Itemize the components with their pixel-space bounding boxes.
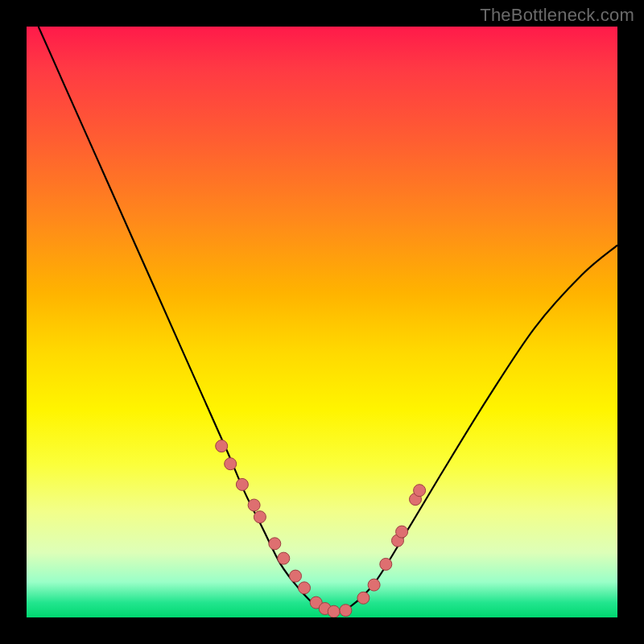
marker-dot: [328, 605, 340, 617]
marker-dot: [392, 535, 404, 547]
marker-dot: [368, 579, 380, 591]
marker-dot: [380, 558, 392, 570]
highlight-dots: [216, 440, 426, 617]
marker-dot: [269, 538, 281, 550]
marker-dot: [290, 570, 302, 582]
marker-dot: [299, 582, 311, 594]
marker-dot: [414, 485, 426, 497]
marker-dot: [396, 526, 408, 538]
chart-svg: [27, 27, 617, 617]
chart-container: TheBottleneck.com: [0, 0, 644, 644]
marker-dot: [216, 440, 228, 452]
marker-dot: [236, 478, 248, 490]
marker-dot: [340, 605, 352, 617]
bottleneck-curve: [39, 27, 617, 612]
marker-dot: [225, 458, 237, 470]
marker-dot: [357, 592, 369, 604]
marker-dot: [319, 603, 331, 615]
marker-dot: [254, 511, 266, 523]
marker-dot: [278, 552, 290, 564]
plot-area: [27, 27, 617, 617]
marker-dot: [248, 499, 260, 511]
watermark-text: TheBottleneck.com: [480, 5, 634, 26]
marker-dot: [310, 597, 322, 609]
marker-dot: [410, 493, 422, 506]
